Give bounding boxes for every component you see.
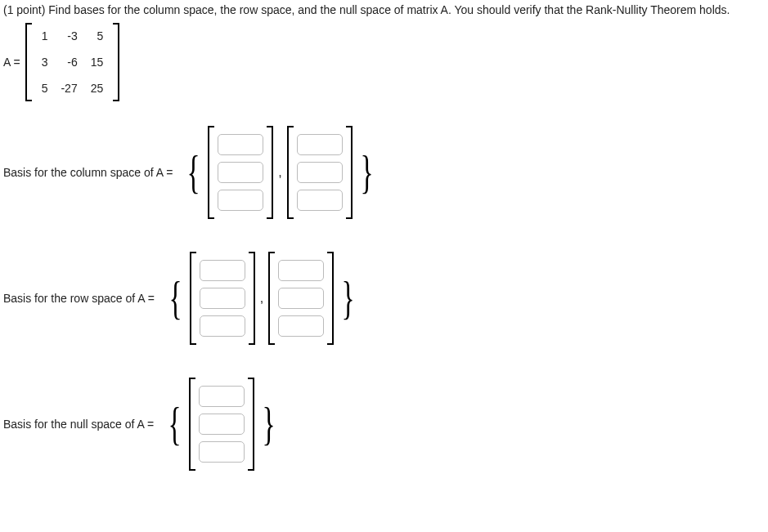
- column-space-label: Basis for the column space of A =: [3, 166, 179, 179]
- col-v2-entry-3[interactable]: [297, 190, 343, 211]
- comma: ,: [255, 291, 268, 306]
- col-v1-entry-2[interactable]: [218, 162, 263, 183]
- col-v1-entry-3[interactable]: [218, 190, 263, 211]
- col-basis-vector-1: [208, 126, 273, 219]
- matrix-cell: 25: [84, 75, 110, 101]
- brace-open-icon: {: [167, 275, 184, 321]
- matrix-cell: 5: [35, 75, 55, 101]
- row-basis-vector-2: [268, 252, 334, 345]
- brace-close-icon: }: [339, 275, 357, 321]
- matrix-cell: -3: [54, 23, 83, 49]
- matrix-cell: 5: [84, 23, 110, 49]
- brace-open-icon: {: [185, 150, 202, 195]
- column-space-row: Basis for the column space of A = { , }: [3, 126, 765, 219]
- row-v1-entry-1[interactable]: [200, 260, 245, 281]
- matrix-cell: -27: [54, 75, 83, 101]
- brace-close-icon: }: [260, 401, 277, 447]
- row-v1-entry-3[interactable]: [200, 315, 245, 337]
- null-space-row: Basis for the null space of A = { }: [3, 378, 765, 471]
- row-space-row: Basis for the row space of A = { , }: [3, 252, 765, 345]
- null-v1-entry-1[interactable]: [199, 386, 245, 407]
- row-v1-entry-2[interactable]: [200, 288, 245, 309]
- col-v2-entry-1[interactable]: [297, 134, 343, 155]
- matrix-cell: 1: [35, 23, 55, 49]
- brace-close-icon: }: [358, 150, 375, 195]
- matrix-definition: A = 1 -3 5 3 -6 15 5 -27 25: [3, 23, 765, 101]
- row-v2-entry-1[interactable]: [278, 260, 324, 281]
- null-basis-vector-1: [189, 378, 254, 471]
- col-v1-entry-1[interactable]: [218, 134, 263, 155]
- brace-open-icon: {: [166, 401, 183, 447]
- null-v1-entry-2[interactable]: [199, 414, 245, 435]
- matrix-label: A =: [3, 56, 20, 69]
- matrix-cell: 3: [35, 49, 55, 75]
- question-text: (1 point) Find bases for the column spac…: [3, 3, 765, 16]
- row-v2-entry-2[interactable]: [278, 288, 324, 309]
- col-v2-entry-2[interactable]: [297, 162, 343, 183]
- matrix-cell: 15: [84, 49, 110, 75]
- matrix-cell: -6: [54, 49, 83, 75]
- row-v2-entry-3[interactable]: [278, 315, 324, 337]
- null-space-label: Basis for the null space of A =: [3, 418, 160, 431]
- row-space-label: Basis for the row space of A =: [3, 292, 161, 305]
- col-basis-vector-2: [287, 126, 353, 219]
- null-v1-entry-3[interactable]: [199, 441, 245, 463]
- comma: ,: [273, 165, 286, 180]
- matrix-a: 1 -3 5 3 -6 15 5 -27 25: [25, 23, 120, 101]
- row-basis-vector-1: [190, 252, 255, 345]
